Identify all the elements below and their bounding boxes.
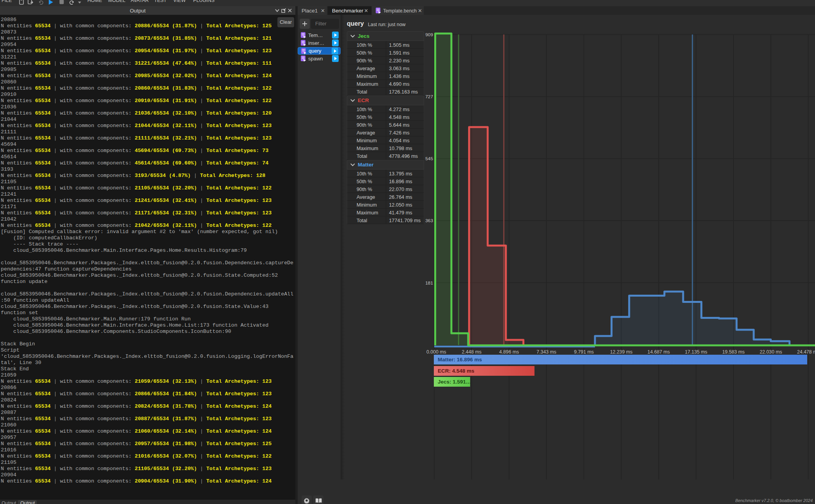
svg-text:9.791 ms: 9.791 ms <box>574 349 594 355</box>
svg-text:909: 909 <box>425 32 433 37</box>
svg-text:19.583 ms: 19.583 ms <box>722 349 744 355</box>
svg-text:12.239 ms: 12.239 ms <box>610 349 632 355</box>
svg-text:2.448 ms: 2.448 ms <box>462 349 482 355</box>
svg-text:24.478 ms: 24.478 ms <box>797 349 815 355</box>
svg-text:22.030 ms: 22.030 ms <box>760 349 782 355</box>
svg-text:181: 181 <box>425 280 433 286</box>
svg-text:545: 545 <box>425 156 433 161</box>
svg-text:363: 363 <box>425 218 433 223</box>
svg-text:4.896 ms: 4.896 ms <box>499 349 519 355</box>
svg-text:17.135 ms: 17.135 ms <box>685 349 707 355</box>
svg-text:14.687 ms: 14.687 ms <box>648 349 670 355</box>
svg-text:0.000 ms: 0.000 ms <box>426 349 446 355</box>
svg-text:727: 727 <box>425 94 433 99</box>
svg-text:7.343 ms: 7.343 ms <box>536 349 556 355</box>
